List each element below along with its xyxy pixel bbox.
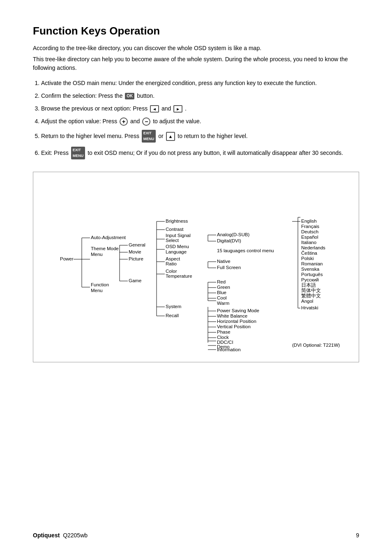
tree-lang-russian: Русский — [301, 277, 319, 282]
step-5-text: Return to the higher level menu. Press E… — [41, 133, 248, 139]
tree-lang-francais: Français — [301, 224, 319, 229]
step-4-text: Adjust the option value: Press + and − t… — [41, 118, 201, 124]
tree-brightness: Brightness — [166, 219, 188, 223]
tree-function: Function — [91, 282, 109, 287]
tree-phase: Phase — [217, 329, 231, 334]
minus-icon: − — [142, 117, 150, 126]
tree-svg: Power Auto-Adjustment Theme Mode Menu Ge… — [37, 180, 362, 353]
tree-movie: Movie — [129, 249, 141, 254]
tree-lang-svenska: Svenska — [301, 267, 320, 272]
tree-diagram: Power Auto-Adjustment Theme Mode Menu Ge… — [33, 172, 359, 362]
tree-lang-polski: Polski — [301, 256, 314, 261]
tree-lang-hrvatski: Hrvatski — [301, 305, 318, 310]
tree-lang-japanese: 日本語 — [301, 283, 316, 288]
page-title: Function Keys Operation — [33, 25, 359, 37]
tree-red: Red — [217, 279, 226, 284]
tree-recall: Recall — [166, 313, 179, 318]
tree-15lang: 15 lauguages control menu — [217, 248, 274, 253]
tree-lang-espanol: Español — [301, 235, 318, 240]
step-6-text: Exit: Press EXITMENU to exit OSD menu; O… — [41, 150, 343, 156]
tree-menu-2: Menu — [91, 288, 103, 293]
tree-green: Green — [217, 285, 230, 290]
intro-line-2: This tree-like directory can help you to… — [33, 55, 359, 72]
step-6: Exit: Press EXITMENU to exit OSD menu; O… — [41, 147, 359, 159]
tree-lang-english: English — [301, 219, 317, 223]
left-arrow-icon — [150, 105, 159, 113]
step-5: Return to the higher level menu. Press E… — [41, 130, 359, 143]
tree-warm: Warm — [217, 301, 229, 306]
tree-ratio: Ratio — [166, 261, 177, 266]
tree-digital: Digital(DVI) — [217, 238, 241, 243]
right-arrow-icon — [173, 105, 182, 113]
tree-system: System — [166, 304, 181, 309]
tree-language: Language — [166, 249, 187, 254]
tree-information: Information — [217, 347, 241, 352]
tree-cool: Cool — [217, 295, 227, 300]
tree-analog: Analog(D-SUB) — [217, 232, 249, 237]
tree-dvi-note: (DVI Optional: T221W) — [292, 343, 340, 348]
tree-lang-cestina: Čeština — [301, 251, 318, 256]
tree-general: General — [129, 242, 145, 247]
step-4: Adjust the option value: Press + and − t… — [41, 117, 359, 126]
step-3: Browse the previous or next option: Pres… — [41, 104, 359, 113]
tree-lang-italiano: Italiano — [301, 240, 316, 245]
ok-button-icon: OK — [125, 93, 134, 99]
tree-theme-mode: Theme Mode — [91, 246, 119, 251]
exit-btn-icon-2: EXITMENU — [71, 147, 85, 159]
step-1: Activate the OSD main menu: Under the en… — [41, 79, 359, 88]
tree-osd-menu: OSD Menu — [166, 244, 189, 249]
steps-list: Activate the OSD main menu: Under the en… — [41, 79, 359, 159]
tree-game: Game — [129, 278, 141, 283]
step-2-text: Confirm the selection: Press the OK butt… — [41, 92, 154, 99]
tree-auto-adj: Auto-Adjustment — [91, 235, 126, 240]
tree-select: Select — [166, 238, 179, 243]
tree-lang-angol: Angol — [301, 299, 313, 304]
tree-color: Color — [166, 269, 177, 274]
tree-clock: Clock — [217, 335, 229, 340]
tree-picture: Picture — [129, 256, 143, 261]
step-3-text: Browse the previous or next option: Pres… — [41, 105, 187, 112]
tree-temperature: Temperature — [166, 274, 192, 279]
tree-lang-deutsch: Deutsch — [301, 229, 318, 234]
step-1-text: Activate the OSD main menu: Under the en… — [41, 80, 317, 86]
tree-lang-nederlands: Nederlands — [301, 245, 325, 250]
up-arrow-icon: ▲ — [166, 132, 175, 141]
tree-contrast: Contrast — [166, 227, 184, 232]
footer-brand-model: Optiquest Q2205wb — [33, 532, 88, 539]
exit-btn-icon-1: EXITMENU — [142, 130, 156, 143]
tree-vert-pos: Vertical Position — [217, 324, 251, 329]
tree-lang-romanian: Romanian — [301, 261, 323, 266]
plus-icon: + — [120, 117, 128, 126]
intro-line-1: According to the tree-like directory, yo… — [33, 44, 359, 53]
tree-lang-portugues: Português — [301, 272, 323, 277]
footer-model: Q2205wb — [63, 532, 88, 539]
tree-power-saving: Power Saving Mode — [217, 308, 259, 313]
tree-horiz-pos: Horizontal Position — [217, 319, 256, 324]
tree-aspect: Aspect — [166, 256, 180, 261]
tree-lang-trad-chinese: 繁體中文 — [301, 293, 321, 298]
tree-fullscreen: Full Screen — [217, 265, 241, 270]
footer-page-number: 9 — [356, 532, 359, 539]
tree-blue: Blue — [217, 290, 226, 295]
tree-power-label: Power — [60, 256, 74, 261]
tree-native: Native — [217, 259, 231, 264]
tree-lang-simp-chinese: 简体中文 — [301, 288, 321, 293]
tree-menu-1: Menu — [91, 252, 103, 257]
step-2: Confirm the selection: Press the OK butt… — [41, 92, 359, 100]
tree-white-balance: White Balance — [217, 313, 247, 318]
footer: Optiquest Q2205wb 9 — [33, 532, 359, 539]
footer-brand: Optiquest — [33, 532, 60, 539]
tree-input-signal: Input Signal — [166, 233, 191, 238]
